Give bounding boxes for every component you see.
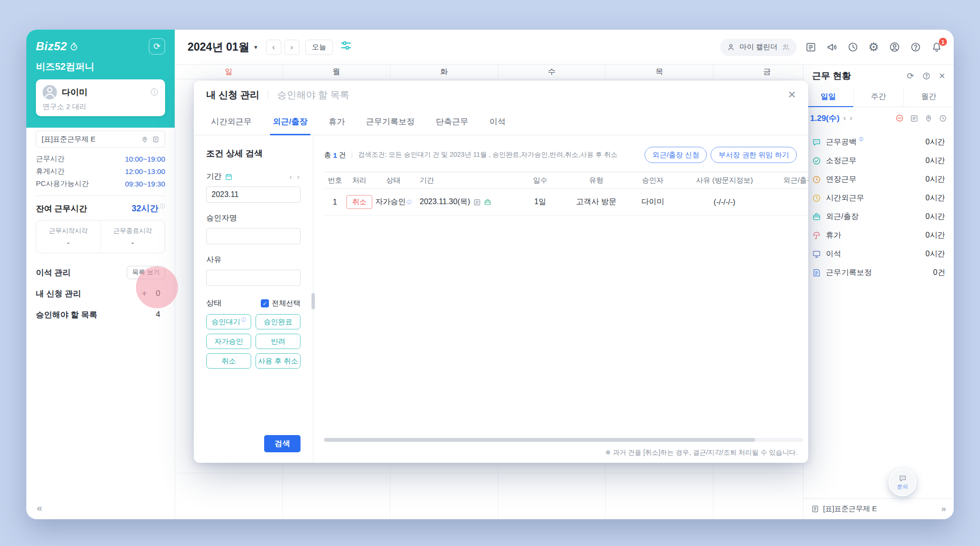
notification-bell-icon[interactable]: 1 [931,42,942,53]
panel-date-label: 1.29(수) [810,113,839,124]
today-button[interactable]: 오늘 [305,40,333,55]
chip-self-approved[interactable]: 자가승인 [206,334,251,349]
period-next-button[interactable]: › [296,173,301,181]
chip-canceled-after-use[interactable]: 사용 후 취소 [256,353,301,369]
tab-overtime[interactable]: 시간외근무 [200,109,262,135]
period-prev-button[interactable]: ‹ [289,173,293,181]
chip-label: 사용 후 취소 [258,357,298,366]
help-icon[interactable] [910,42,921,53]
briefcase-icon [812,212,821,221]
my-calendar-button[interactable]: 마이 캘린더 [720,39,796,56]
remaining-info-icon[interactable]: ⓘ [160,203,165,210]
info-icon: ⓘ [407,199,412,206]
chip-pending[interactable]: 승인대기 ⓘ [206,314,251,329]
table-footnote: ※ 과거 건을 [취소]하는 경우, 결근/지각/조퇴 처리될 수 있습니다. [605,448,798,457]
status-value: 0시간 [925,212,945,222]
prev-month-button[interactable]: ‹ [266,40,281,55]
day-header-thu: 목 [606,65,713,79]
tab-vacation[interactable]: 휴가 [318,109,356,135]
panel-close-icon[interactable]: × [939,70,945,82]
table-row[interactable]: 1 취소 자가승인 ⓘ 2023.11.30(목) 1일 고객사 방문 다이미 … [324,189,808,216]
clock-yellow-icon [812,194,821,203]
menu-row-approvals[interactable]: 승인해야 할 목록 4 [36,304,165,325]
user-info-icon[interactable]: ⓘ [151,87,158,98]
status-value: 0시간 [925,193,945,203]
scrollbar-thumb[interactable] [324,438,755,442]
chip-canceled[interactable]: 취소 [206,353,251,369]
sidebar-collapse-button[interactable]: « [37,502,42,513]
menu-row-away-management[interactable]: 이석 관리 목록 보기 [36,262,165,283]
location-icon[interactable] [141,136,148,143]
panel-tab-monthly[interactable]: 월간 [904,87,954,107]
announcement-icon[interactable] [826,42,837,53]
top-toolbar: 2024년 01월 ▾ ‹ › 오늘 마이 캘린더 ⚙ 1 [175,30,954,65]
next-month-button[interactable]: › [284,40,300,55]
month-label: 2024년 01월 [188,40,249,55]
tab-business-trip[interactable]: 외근/출장 [262,109,318,135]
modal-close-icon[interactable]: × [788,87,796,102]
panel-collapse-button[interactable]: » [941,504,946,514]
settings-icon[interactable]: ⚙ [869,40,879,54]
trip-briefcase-icon[interactable] [484,198,491,206]
exclude-icon[interactable] [895,114,904,122]
reason-input[interactable] [206,270,301,286]
status-label: 근무기록보정 [826,268,872,278]
table-header-row: 번호 처리 상태 기간 일수 유형 승인자 사유 (방문지정보) 외근/출장 [324,172,808,189]
toolbar-icons: ⚙ 1 [805,40,942,54]
my-requests-count[interactable]: 0 [156,289,160,298]
delegate-authority-button[interactable]: 부서장 권한 위임 하기 [711,147,797,163]
approver-input[interactable] [206,228,301,244]
total-prefix: 총 [324,151,331,160]
remaining-time-row: 잔여 근무시간 32시간 ⓘ [36,203,165,214]
search-button[interactable]: 검색 [264,435,301,452]
cell-status: 자가승인 [375,197,406,207]
status-row-overtime: 시간외근무 0시간 [803,189,954,207]
alarm-icon[interactable] [939,114,947,122]
apply-business-trip-button[interactable]: 외근/출장 신청 [645,147,707,163]
period-input[interactable] [206,186,301,203]
view-list-button[interactable]: 목록 보기 [127,266,165,279]
panel-date-row: 1.29(수) ‹ › [803,107,954,129]
my-calendar-label: 마이 캘린더 [739,43,777,52]
approvals-count[interactable]: 4 [156,310,160,319]
note-icon[interactable] [910,114,918,122]
work-time-label: 근무시간 [36,154,65,164]
inquiry-fab[interactable]: 문의 [889,469,916,496]
panel-tab-weekly[interactable]: 주간 [854,87,904,107]
tab-reduced-hours[interactable]: 단축근무 [425,109,479,135]
filter-icon[interactable] [340,39,352,55]
panel-help-icon[interactable] [922,72,931,80]
calendar-icon[interactable] [225,173,233,181]
status-row-away: 이석 0시간 [803,245,954,263]
status-value: 0시간 [925,175,945,185]
document-icon[interactable] [152,136,159,143]
month-selector[interactable]: 2024년 01월 ▾ [188,40,257,55]
panel-refresh-icon[interactable]: ⟳ [907,71,914,81]
shift-type-box[interactable]: [표]표준근무제 E [36,131,165,148]
panel-tab-daily[interactable]: 일일 [803,87,854,107]
clock-icon[interactable] [847,42,858,53]
col-action: 처리 [346,176,373,185]
chip-approved[interactable]: 승인완료 [256,314,301,329]
board-icon[interactable] [805,42,816,53]
status-row-gap: 근무공백 ⓘ 0시간 [803,133,954,152]
search-condition-text: 검색조건: 모든 승인대기 건 및 2023년 11월 , 승인완료,자가승인,… [358,151,639,159]
sidebar-refresh-button[interactable]: ⟳ [149,38,165,55]
select-all-checkbox[interactable]: ✓ 전체선택 [261,299,301,308]
checkbox-checked-icon: ✓ [261,299,269,307]
schedule-note-icon[interactable] [473,198,481,206]
panel-prev-day-button[interactable]: ‹ [843,114,846,122]
panel-location-icon[interactable] [924,114,933,122]
profile-icon[interactable] [889,42,900,53]
col-status: 상태 [373,176,414,185]
tab-record-correction[interactable]: 근무기록보정 [356,109,425,135]
horizontal-scrollbar[interactable] [324,438,803,442]
col-days: 일수 [514,176,566,185]
panel-next-day-button[interactable]: › [850,114,852,122]
tab-away[interactable]: 이석 [479,109,516,135]
add-request-button[interactable]: + [142,288,147,299]
cancel-button[interactable]: 취소 [346,195,372,209]
menu-row-my-requests[interactable]: 내 신청 관리 + 0 [36,283,165,304]
sidebar: Biz52 ⟳ 비즈52컴퍼니 다이미 ⓘ 연구소 2 대리 [표]표준근무제 … [26,30,175,519]
chip-rejected[interactable]: 반려 [256,334,301,349]
